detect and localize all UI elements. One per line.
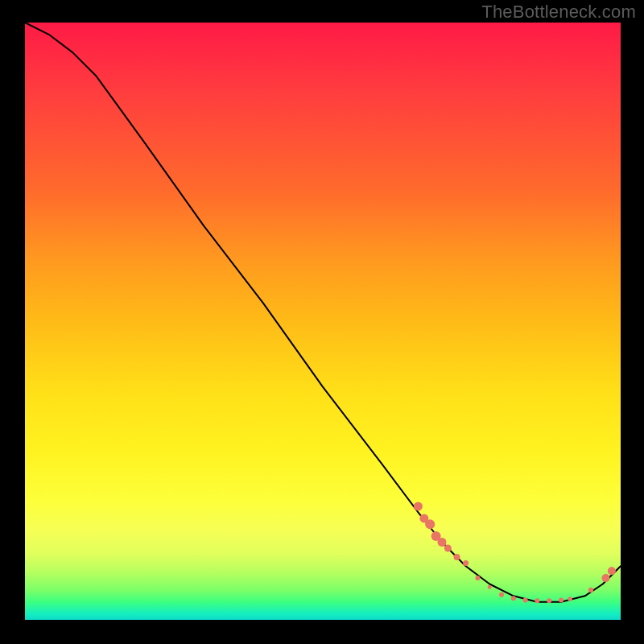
- rise-c: [608, 567, 616, 575]
- cluster-descent-f: [444, 545, 452, 552]
- chart-svg: [25, 23, 621, 620]
- watermark-text: TheBottleneck.com: [481, 2, 636, 23]
- chart-frame: TheBottleneck.com: [0, 0, 644, 644]
- valley-floor-6: [559, 598, 564, 603]
- plot-area: [25, 23, 621, 620]
- rise-a: [588, 588, 593, 592]
- valley-floor-2: [511, 596, 516, 601]
- cluster-descent-h: [463, 560, 469, 566]
- valley-floor-7: [568, 597, 572, 601]
- marker-layer: [414, 502, 616, 604]
- rise-b: [602, 574, 610, 582]
- valley-floor-1: [499, 592, 504, 597]
- cluster-descent-a: [414, 502, 423, 511]
- valley-b: [488, 585, 492, 589]
- cluster-descent-g: [454, 554, 460, 560]
- valley-floor-3: [523, 598, 528, 603]
- valley-a: [475, 576, 480, 580]
- valley-floor-5: [547, 598, 551, 603]
- bottleneck-curve: [25, 23, 621, 602]
- cluster-descent-c: [425, 519, 435, 529]
- valley-floor-4: [535, 598, 539, 603]
- cluster-descent-e: [438, 538, 447, 547]
